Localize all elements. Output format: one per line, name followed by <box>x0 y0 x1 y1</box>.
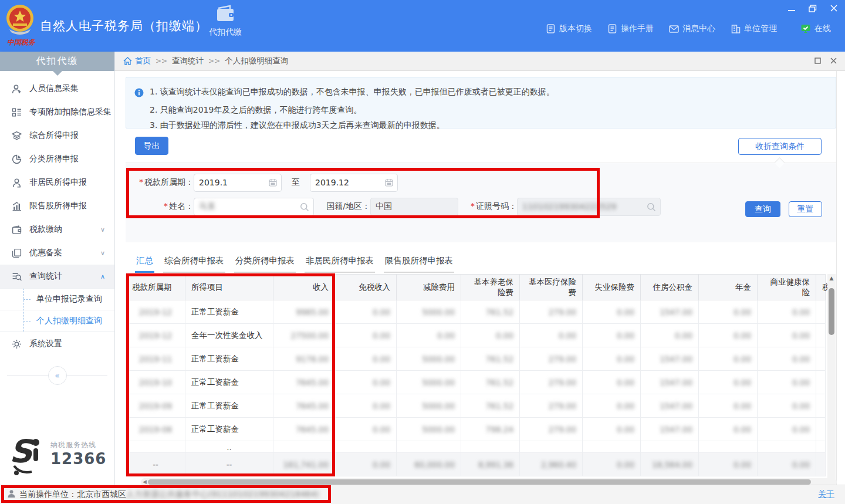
tab-分类所得申报表[interactable]: 分类所得申报表 <box>234 252 296 273</box>
online-status[interactable]: 在线 <box>800 23 831 34</box>
export-button[interactable]: 导出 <box>135 137 168 155</box>
about-link[interactable]: 关于 <box>818 489 834 500</box>
column-header-基本医疗保险费[interactable]: 基本医疗保险费 <box>520 275 583 300</box>
breadcrumb-home[interactable]: 首页 <box>123 56 151 66</box>
value-0-cell: 27500.00 <box>273 324 335 347</box>
sidebar-collapse-button[interactable]: « <box>48 366 67 385</box>
result-tabs: 汇总综合所得申报表分类所得申报表非居民所得申报表限售股所得申报表 <box>135 252 454 273</box>
calendar-icon[interactable] <box>385 178 393 188</box>
copy-icon <box>12 248 22 258</box>
reset-button[interactable]: 重置 <box>789 201 822 217</box>
value-7: 0.00 <box>734 378 751 387</box>
calendar-icon[interactable] <box>269 178 277 188</box>
sidebar-item-限售股所得申报[interactable]: 限售股所得申报 <box>0 194 114 218</box>
panel-close-icon[interactable] <box>830 57 837 66</box>
column-header-所得项目[interactable]: 所得项目 <box>185 275 273 300</box>
sidebar-item-非居民所得申报[interactable]: 非居民所得申报 <box>0 171 114 194</box>
sidebar-item-税款缴纳[interactable]: 税款缴纳∨ <box>0 218 114 241</box>
column-header-免税收入[interactable]: 免税收入 <box>335 275 397 300</box>
id-number-input[interactable]: 110102199304222529 <box>517 198 661 216</box>
sidebar-item-分类所得申报[interactable]: 分类所得申报 <box>0 147 114 171</box>
period-cell: 2019-12 <box>126 324 185 347</box>
vertical-scrollbar[interactable]: ▲ ▼ <box>827 274 836 504</box>
breadcrumb-item-2[interactable]: 个人扣缴明细查询 <box>225 56 288 66</box>
header-tab-daikou-daijiao[interactable]: 代扣代缴 <box>201 5 250 49</box>
column-header-收入[interactable]: 收入 <box>273 275 335 300</box>
value-4-cell: 0.00 <box>520 324 583 347</box>
sidebar-item-label: 分类所得申报 <box>29 154 79 164</box>
table-row[interactable]: 2019-12全年一次性奖金收入27500.000.000.000.000.00… <box>126 324 826 347</box>
value-7: 0.00 <box>734 401 751 411</box>
column-header-商业健康保险[interactable]: 商业健康保险 <box>758 275 816 300</box>
minimize-button[interactable] <box>785 2 798 14</box>
result-table-wrap: 税款所属期所得项目收入免税收入减除费用基本养老保险费基本医疗保险费失业保险费住房… <box>126 274 825 476</box>
sidebar-subitem-个人扣缴明细查询[interactable]: 个人扣缴明细查询 <box>0 310 114 332</box>
horizontal-scroll-thumb[interactable] <box>148 479 811 485</box>
value-4: 279.00 <box>549 378 576 387</box>
value-3-cell <box>461 441 520 453</box>
fold-query-button[interactable]: 收折查询条件 <box>738 138 822 155</box>
sidebar-item-查询统计[interactable]: 查询统计∧ <box>0 265 114 288</box>
total-7-cell: 0.00 <box>699 453 758 476</box>
sidebar-item-专项附加扣除信息采集[interactable]: 专项附加扣除信息采集 <box>0 100 114 124</box>
value-3-cell: 761.52 <box>461 347 520 371</box>
total-9-cell <box>816 453 826 476</box>
gear-icon <box>12 339 22 349</box>
column-header-年金[interactable]: 年金 <box>699 275 758 300</box>
value-0: 9178.00 <box>296 354 329 364</box>
column-header-基本养老保险费[interactable]: 基本养老保险费 <box>461 275 520 300</box>
income-item-cell: -- <box>185 453 273 476</box>
vertical-scroll-thumb[interactable] <box>829 288 834 335</box>
search-icon[interactable] <box>647 202 656 214</box>
value-4: 0.00 <box>559 331 576 340</box>
breadcrumb-item-1[interactable]: 查询统计 <box>172 56 204 66</box>
tab-综合所得申报表[interactable]: 综合所得申报表 <box>163 252 225 273</box>
tab-非居民所得申报表[interactable]: 非居民所得申报表 <box>305 252 375 273</box>
header-tab-label: 代扣代缴 <box>201 27 250 38</box>
table-row[interactable]: 2019-09正常工资薪金7645.000.005000.00761.52279… <box>126 394 826 418</box>
tab-限售股所得申报表[interactable]: 限售股所得申报表 <box>384 252 454 273</box>
search-icon[interactable] <box>300 202 309 214</box>
sidebar-item-人员信息采集[interactable]: 人员信息采集 <box>0 77 114 100</box>
column-header-住房公积金[interactable]: 住房公积金 <box>641 275 699 300</box>
period-from-input[interactable]: 2019.1 <box>194 174 282 192</box>
value-5: 0.00 <box>617 354 634 364</box>
sidebar-item-label: 系统设置 <box>29 339 62 349</box>
column-header-减除费用[interactable]: 减除费用 <box>397 275 461 300</box>
value-2-cell: 0.00 <box>397 324 461 347</box>
table-row[interactable]: 2019-11正常工资薪金9178.000.005000.00761.52279… <box>126 347 826 371</box>
sidebar-item-综合所得申报[interactable]: 综合所得申报 <box>0 124 114 147</box>
table-row[interactable]: 2019-12正常工资薪金9985.000.005000.00761.52279… <box>126 300 826 324</box>
value-3-cell: 798.24 <box>461 418 520 441</box>
header-menu-item-4[interactable]: 单位管理 <box>731 23 777 34</box>
sidebar-item-label: 查询统计 <box>29 271 62 282</box>
scroll-up-icon[interactable]: ▲ <box>827 275 836 281</box>
income-item-cell: 正常工资薪金 <box>185 394 273 418</box>
period-to-input[interactable]: 2019.12 <box>310 174 398 192</box>
table-row[interactable]: 2019-08正常工资薪金7645.000.005000.00798.24279… <box>126 418 826 441</box>
header-menu-item-1[interactable]: 版本切换 <box>546 23 592 34</box>
column-header-税款所属期[interactable]: 税款所属期 <box>126 275 185 300</box>
close-button[interactable] <box>827 2 840 14</box>
sidebar-item-优惠备案[interactable]: 优惠备案∨ <box>0 241 114 265</box>
column-header-税[interactable]: 税 <box>816 275 826 300</box>
name-input[interactable]: 马某 <box>194 198 314 216</box>
pie-icon <box>12 154 22 164</box>
bar-chart-icon <box>12 201 22 211</box>
income-item: 正常工资薪金 <box>191 401 239 410</box>
sidebar-subitem-单位申报记录查询[interactable]: 单位申报记录查询 <box>0 288 114 310</box>
restore-button[interactable] <box>806 2 819 14</box>
sidebar-item-系统设置[interactable]: 系统设置 <box>0 332 114 356</box>
window-controls <box>785 2 840 14</box>
total-7: 0.00 <box>734 460 751 469</box>
header-menu-item-3[interactable]: 消息中心 <box>669 23 715 34</box>
search-button[interactable]: 查询 <box>745 201 780 217</box>
table-row[interactable]: 2019-10正常工资薪金7645.000.005000.00761.52279… <box>126 371 826 394</box>
column-header-失业保险费[interactable]: 失业保险费 <box>583 275 641 300</box>
header-menu-item-2[interactable]: 操作手册 <box>607 23 654 34</box>
tab-汇总[interactable]: 汇总 <box>135 252 154 273</box>
value-3: 761.52 <box>486 378 513 387</box>
svg-text:S: S <box>9 433 34 470</box>
value-9-cell <box>816 418 826 441</box>
panel-maximize-icon[interactable] <box>814 57 821 66</box>
